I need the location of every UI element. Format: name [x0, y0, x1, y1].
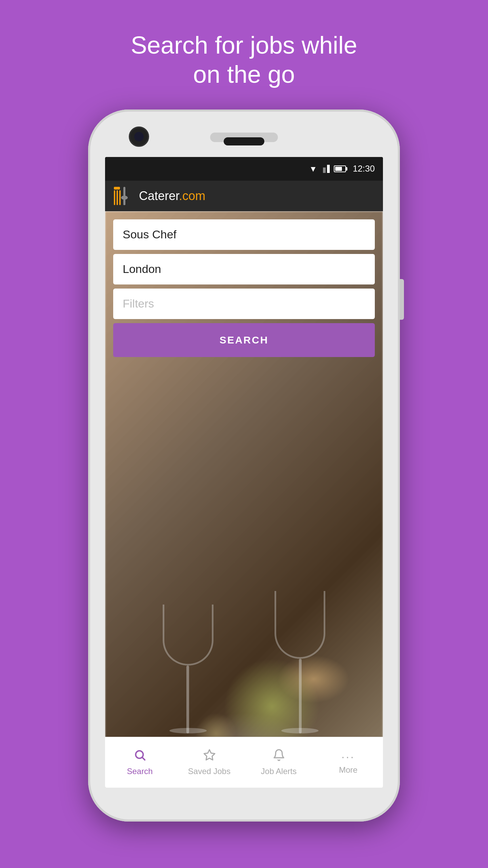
nav-item-saved-jobs[interactable]: Saved Jobs	[175, 749, 244, 776]
nav-item-job-alerts[interactable]: Job Alerts	[244, 749, 313, 776]
battery-fill	[335, 167, 342, 171]
svg-marker-9	[204, 750, 215, 760]
search-button[interactable]: SEARCH	[113, 323, 375, 357]
svg-rect-0	[114, 187, 120, 190]
status-time: 12:30	[353, 163, 375, 174]
svg-rect-2	[117, 190, 118, 205]
saved-jobs-nav-icon	[203, 749, 216, 765]
wifi-icon: ▾	[311, 163, 316, 174]
filters-placeholder: Filters	[123, 297, 154, 310]
svg-rect-3	[119, 190, 121, 205]
nav-item-search[interactable]: Search	[105, 749, 175, 776]
more-nav-icon: ···	[341, 750, 355, 763]
bottom-nav: Search Saved Jobs	[105, 737, 383, 788]
phone-camera	[129, 126, 149, 147]
main-area: Sous Chef London Filters SEARCH	[105, 211, 383, 788]
search-button-label: SEARCH	[220, 334, 269, 346]
headline-line2: on the go	[193, 61, 295, 88]
location-value: London	[123, 262, 161, 276]
page-headline: Search for jobs while on the go	[131, 31, 357, 89]
phone-side-button	[400, 279, 404, 320]
logo-container: Caterer.com	[113, 187, 205, 205]
signal-icon	[320, 165, 330, 173]
saved-jobs-nav-label: Saved Jobs	[188, 767, 230, 776]
logo-domain: .com	[179, 189, 205, 203]
svg-line-8	[142, 757, 145, 760]
job-alerts-nav-icon	[272, 749, 285, 765]
job-title-field[interactable]: Sous Chef	[113, 219, 375, 250]
status-bar: ▾ 12:30	[105, 157, 383, 181]
app-header: Caterer.com	[105, 181, 383, 211]
search-nav-label: Search	[127, 767, 152, 776]
phone-screen: ▾ 12:30	[105, 157, 383, 788]
battery-icon	[334, 165, 346, 172]
headline-line1: Search for jobs while	[131, 32, 357, 59]
filters-field[interactable]: Filters	[113, 289, 375, 319]
more-nav-label: More	[339, 765, 358, 775]
svg-rect-6	[123, 199, 125, 205]
job-title-value: Sous Chef	[123, 228, 177, 241]
location-field[interactable]: London	[113, 254, 375, 284]
svg-rect-1	[114, 190, 115, 205]
nav-item-more[interactable]: ··· More	[313, 750, 383, 775]
search-nav-icon	[134, 749, 146, 765]
phone-earpiece	[224, 137, 264, 145]
logo-icon	[113, 187, 134, 205]
logo-name: Caterer	[139, 189, 179, 203]
phone-shell: ▾ 12:30	[88, 110, 400, 822]
logo-text: Caterer.com	[139, 189, 205, 203]
search-fields-container: Sous Chef London Filters SEARCH	[105, 211, 383, 357]
job-alerts-nav-label: Job Alerts	[261, 767, 297, 776]
svg-rect-4	[123, 187, 125, 197]
